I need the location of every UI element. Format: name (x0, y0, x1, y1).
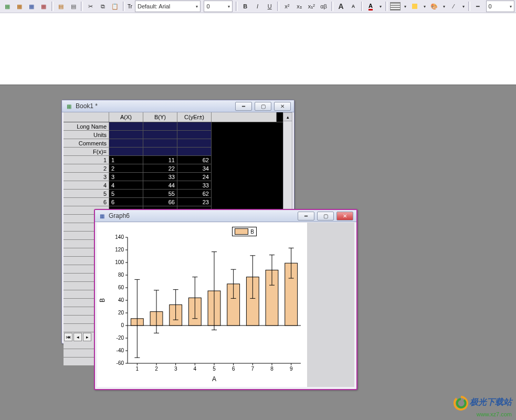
font-size-combo[interactable]: 0▾ (204, 1, 232, 12)
cut-icon[interactable]: ✂ (85, 1, 96, 12)
subscript-button[interactable]: x₂ (293, 1, 304, 12)
greek-button[interactable]: αβ (318, 1, 329, 12)
color-dd-5[interactable]: ▾ (460, 1, 467, 12)
font-combo[interactable]: Default: Arial▾ (135, 1, 201, 12)
cell[interactable]: 6 (109, 198, 143, 206)
font-dec-button[interactable]: A (347, 1, 359, 12)
cell[interactable]: 1 (109, 156, 143, 164)
tb-icon-6[interactable]: ▤ (68, 1, 79, 12)
cell[interactable]: 5 (109, 190, 143, 198)
color-dd-3[interactable]: ▾ (422, 1, 428, 12)
cell[interactable] (109, 122, 143, 131)
fill-color-button[interactable] (409, 1, 420, 12)
row-label-fx[interactable]: F(x)= (64, 148, 109, 156)
row-label-comments[interactable]: Comments (64, 139, 109, 148)
legend[interactable]: B (232, 227, 257, 236)
row-number[interactable]: 1 (64, 156, 109, 164)
graph-titlebar[interactable]: ▦ Graph6 ━ ▢ ✕ (95, 210, 356, 222)
row-number[interactable]: 4 (64, 181, 109, 190)
cell[interactable]: 24 (177, 173, 212, 181)
row-label-units[interactable]: Units (64, 131, 109, 139)
cell[interactable]: 44 (143, 181, 177, 190)
paste-icon[interactable]: 📋 (110, 1, 121, 12)
cell[interactable]: 62 (177, 190, 212, 198)
row-label-longname[interactable]: Long Name (64, 122, 109, 131)
italic-button[interactable]: I (252, 1, 263, 12)
cell[interactable]: 62 (177, 156, 212, 164)
color-dd-2[interactable]: ▾ (402, 1, 408, 12)
color-dd-1[interactable]: ▾ (377, 1, 384, 12)
cell[interactable]: 33 (143, 173, 177, 181)
cell[interactable]: 22 (143, 164, 177, 173)
supsub-button[interactable]: x₁² (306, 1, 317, 12)
svg-text:60: 60 (118, 285, 124, 290)
cell[interactable] (177, 131, 212, 139)
svg-text:-40: -40 (117, 348, 124, 353)
row-number[interactable]: 2 (64, 164, 109, 173)
cell[interactable]: 33 (177, 181, 212, 190)
underline-button[interactable]: U (264, 1, 275, 12)
worksheet-column-headers: A(X) B(Y) C(yEr±) (64, 112, 292, 122)
row-number[interactable]: 5 (64, 190, 109, 198)
workbook-title: Book1 * (76, 102, 98, 110)
sheet-nav-first[interactable]: ⏮ (64, 333, 72, 341)
cell[interactable] (177, 122, 212, 131)
col-header-A[interactable]: A(X) (109, 112, 143, 122)
cell[interactable] (109, 131, 143, 139)
cell[interactable]: 11 (143, 156, 177, 164)
superscript-button[interactable]: x² (281, 1, 292, 12)
maximize-button[interactable]: ▢ (255, 102, 271, 111)
cell[interactable] (143, 148, 177, 156)
svg-text:-20: -20 (117, 335, 124, 341)
minimize-button[interactable]: ━ (235, 102, 252, 111)
line-weight-button[interactable]: ━ (472, 1, 483, 12)
cell[interactable] (177, 139, 212, 148)
row-number[interactable]: 3 (64, 173, 109, 181)
copy-icon[interactable]: ⧉ (97, 1, 108, 12)
col-header-B[interactable]: B(Y) (143, 112, 177, 122)
cell[interactable]: 3 (109, 173, 143, 181)
svg-text:3: 3 (174, 366, 177, 372)
cell[interactable] (143, 139, 177, 148)
corner-cell[interactable] (64, 112, 109, 122)
cell[interactable]: 66 (143, 198, 177, 206)
cell[interactable] (143, 122, 177, 131)
legend-swatch (235, 228, 248, 235)
cell[interactable] (143, 131, 177, 139)
svg-text:B: B (99, 298, 106, 302)
cell[interactable] (109, 139, 143, 148)
minimize-button[interactable]: ━ (298, 212, 314, 220)
svg-text:9: 9 (290, 366, 293, 372)
line-style-button[interactable] (389, 1, 401, 12)
scroll-up-button[interactable]: ▴ (283, 113, 292, 121)
sheet-nav-prev[interactable]: ◂ (73, 333, 82, 341)
graph-window: ▦ Graph6 ━ ▢ ✕ 1 B -60-40-20020406080100… (94, 209, 357, 390)
font-inc-button[interactable]: A (335, 1, 346, 12)
maximize-button[interactable]: ▢ (317, 212, 334, 220)
sheet-nav-next[interactable]: ▸ (83, 333, 91, 341)
workbook-titlebar[interactable]: ▦ Book1 * ━ ▢ ✕ (62, 100, 294, 112)
cell[interactable]: 2 (109, 164, 143, 173)
tb-icon-3[interactable]: ▦ (26, 1, 37, 12)
palette-button[interactable]: 🎨 (429, 1, 440, 12)
cell[interactable]: 55 (143, 190, 177, 198)
point-size-combo[interactable]: 0▾ (486, 1, 514, 12)
col-header-C[interactable]: C(yEr±) (177, 112, 212, 122)
cell[interactable]: 23 (177, 198, 212, 206)
row-number[interactable]: 6 (64, 198, 109, 206)
tb-icon-2[interactable]: ▦ (14, 1, 25, 12)
tb-icon-1[interactable]: ▦ (2, 1, 13, 12)
color-dd-4[interactable]: ▾ (441, 1, 447, 12)
close-button[interactable]: ✕ (336, 212, 353, 220)
bold-button[interactable]: B (240, 1, 251, 12)
plot-area[interactable]: B -60-40-20020406080100120140123456789AB (97, 223, 307, 387)
cell[interactable]: 4 (109, 181, 143, 190)
cell[interactable] (177, 148, 212, 156)
font-color-button[interactable]: A (365, 1, 376, 12)
tb-icon-5[interactable]: ▤ (56, 1, 67, 12)
close-button[interactable]: ✕ (274, 102, 291, 111)
cell[interactable]: 34 (177, 164, 212, 173)
tb-icon-4[interactable]: ▦ (38, 1, 49, 12)
line-button[interactable]: ∕ (448, 1, 459, 12)
cell[interactable] (109, 148, 143, 156)
